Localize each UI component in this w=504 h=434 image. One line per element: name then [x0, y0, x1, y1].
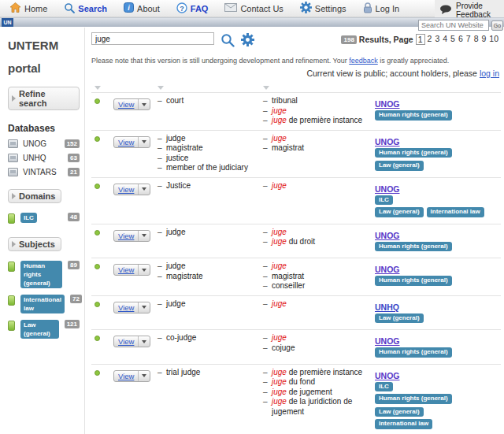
status-dot [94, 336, 100, 341]
page-number[interactable]: 7 [465, 34, 472, 45]
nav-search[interactable]: Search [64, 2, 107, 15]
database-link[interactable]: UNOG [375, 231, 400, 240]
view-dropdown-caret-icon[interactable] [142, 374, 146, 377]
view-button[interactable]: View [113, 136, 150, 148]
view-button-label[interactable]: View [114, 184, 139, 195]
view-button[interactable]: View [113, 184, 150, 195]
nav-about[interactable]: i About [124, 2, 160, 14]
view-button[interactable]: View [113, 370, 150, 382]
page-number[interactable]: 8 [473, 34, 480, 45]
feedback-link[interactable]: feedback [349, 57, 378, 65]
term-text: judge [166, 262, 190, 272]
view-button[interactable]: View [113, 230, 150, 242]
page-number[interactable]: 6 [458, 34, 464, 45]
nav-contact-us[interactable]: Contact Us [224, 3, 283, 13]
view-button-label[interactable]: View [114, 265, 139, 275]
list-dash: – [263, 388, 272, 398]
result-row: View–court–tribunal–juge–juge de premièr… [91, 92, 501, 130]
view-button-label[interactable]: View [114, 336, 139, 347]
search-row: 198 Results, Page 12345678910 [91, 32, 501, 50]
log-in-link[interactable]: log in [480, 69, 499, 78]
database-item-unhq[interactable]: UNHQ63 [8, 154, 80, 162]
database-link[interactable]: UNOG [375, 265, 400, 274]
notice-text: Please note that this version is still u… [91, 57, 349, 65]
subjects-section-button[interactable]: Subjects [8, 237, 61, 251]
subject-item[interactable]: International law72 [8, 295, 80, 313]
app-title-line2: portal [8, 57, 80, 80]
database-link[interactable]: UNHQ [375, 302, 399, 312]
search-settings-gear-icon[interactable] [241, 33, 254, 50]
french-terms: –juge–magistrat–conseiller [263, 262, 375, 291]
page-number[interactable]: 5 [450, 34, 456, 45]
view-dropdown-caret-icon[interactable] [142, 234, 146, 237]
count-badge: 63 [68, 154, 80, 162]
subject-item[interactable]: Human rights (general)89 [8, 261, 80, 288]
domains-section-button[interactable]: Domains [8, 189, 61, 203]
sort-english-icon[interactable] [158, 86, 164, 90]
view-dropdown-caret-icon[interactable] [142, 269, 146, 272]
info-icon: i [124, 2, 134, 14]
database-item-unog[interactable]: UNOG152 [8, 139, 80, 148]
subject-tag-line: International law [375, 419, 501, 429]
database-item-vintars[interactable]: VINTARS21 [8, 168, 80, 176]
view-button-label[interactable]: View [114, 99, 139, 109]
page-number[interactable]: 4 [442, 34, 448, 45]
database-link[interactable]: UNOG [375, 184, 400, 194]
view-button[interactable]: View [113, 336, 150, 347]
view-dropdown-caret-icon[interactable] [142, 103, 146, 106]
refine-search-button[interactable]: Refine search [8, 87, 80, 110]
view-dropdown-caret-icon[interactable] [142, 340, 146, 343]
english-terms: –judge–magistrate–justice–member of the … [158, 134, 263, 173]
sort-status-icon[interactable] [94, 86, 101, 90]
highlighted-match: juge [272, 299, 287, 308]
page-number[interactable]: 1 [416, 34, 425, 45]
subject-tag-line: ILC [375, 382, 501, 392]
page-number[interactable]: 10 [488, 34, 499, 45]
search-submit-icon[interactable] [220, 33, 235, 50]
status-cell [91, 299, 113, 326]
status-cell [91, 333, 113, 360]
english-terms: –Justice [158, 181, 263, 220]
view-button-label[interactable]: View [114, 137, 139, 147]
page-layout: UNTERM portal Refine search Databases UN… [0, 28, 504, 434]
domain-item[interactable]: ILC48 [8, 213, 80, 224]
term-text: judge [166, 134, 190, 144]
battery-icon [8, 213, 15, 224]
subject-tag-line: Human rights (general) [375, 110, 501, 121]
view-button-label[interactable]: View [114, 302, 139, 313]
term-text: juge [272, 299, 291, 310]
database-link[interactable]: UNOG [375, 336, 400, 346]
term-search-input[interactable] [91, 32, 214, 45]
nav-settings[interactable]: Settings [300, 2, 346, 15]
subject-item[interactable]: Law (general)121 [8, 320, 80, 339]
sort-french-icon[interactable] [263, 86, 269, 90]
view-button[interactable]: View [113, 98, 150, 110]
list-dash: – [158, 154, 166, 164]
nav-faq[interactable]: ? FAQ [176, 2, 209, 15]
view-button[interactable]: View [113, 264, 150, 276]
view-dropdown-caret-icon[interactable] [142, 140, 146, 143]
un-logo[interactable]: UN [2, 18, 13, 27]
page-number[interactable]: 9 [480, 34, 487, 45]
page-number[interactable]: 2 [427, 34, 433, 45]
view-dropdown-caret-icon[interactable] [142, 306, 146, 309]
page-number[interactable]: 3 [434, 34, 440, 45]
database-link[interactable]: UNOG [375, 99, 400, 109]
count-badge: 121 [65, 320, 80, 328]
nav-home[interactable]: Home [9, 2, 47, 14]
nav-log-in[interactable]: Log In [363, 2, 400, 15]
term-line: –juge de la juridiction de jugement [263, 397, 375, 417]
database-link[interactable]: UNOG [375, 137, 400, 147]
view-button-label[interactable]: View [114, 371, 139, 381]
term-text: juge [272, 134, 291, 144]
view-dropdown-caret-icon[interactable] [142, 187, 146, 191]
database-link[interactable]: UNOG [375, 371, 400, 380]
view-cell: View [113, 299, 158, 326]
app-title-line1: UNTERM [8, 34, 80, 57]
status-cell [91, 134, 113, 173]
list-dash: – [158, 163, 166, 173]
view-button[interactable]: View [113, 302, 150, 313]
list-dash: – [263, 181, 272, 191]
view-button-label[interactable]: View [114, 231, 139, 241]
list-dash: – [158, 333, 166, 343]
